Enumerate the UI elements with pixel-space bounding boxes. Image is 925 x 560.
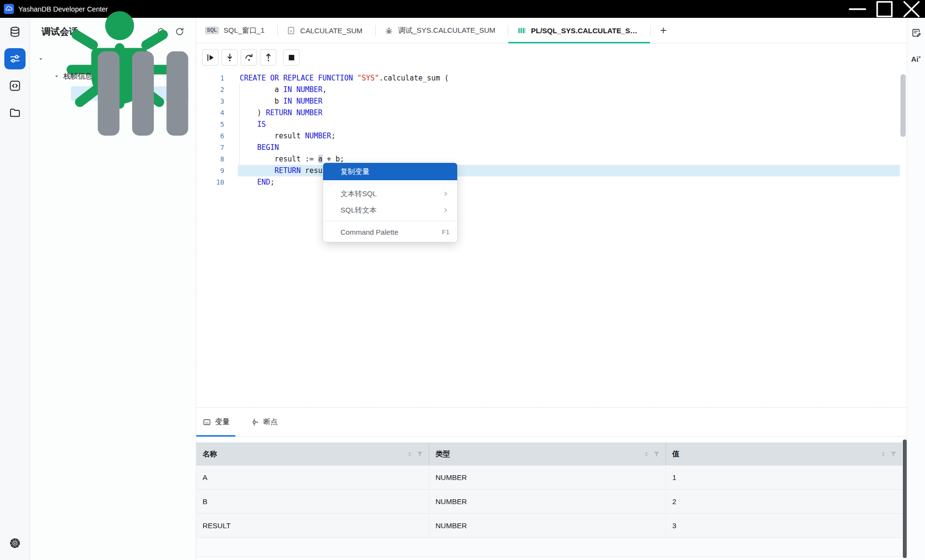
code-line[interactable]: 7 BEGIN	[196, 142, 900, 153]
sort-icon	[406, 450, 414, 458]
table-cell: 2	[666, 490, 902, 513]
line-number: 1	[196, 72, 224, 84]
code-text: IS	[240, 119, 266, 130]
ai-assistant-button[interactable]: Ai+	[910, 53, 923, 65]
toolbar-step-out-button[interactable]	[260, 49, 276, 66]
column-header[interactable]: 类型	[429, 442, 666, 466]
line-number: 5	[196, 119, 224, 130]
editor-scrollbar-thumb[interactable]	[900, 74, 906, 137]
line-number: 4	[196, 107, 224, 119]
menu-item[interactable]: SQL转文本	[323, 202, 457, 218]
cell-value: 1	[672, 473, 676, 481]
tab-label: 调试_SYS.CALCULATE_SUM	[398, 26, 495, 35]
code-line[interactable]: 4 ) RETURN NUMBER	[196, 107, 900, 119]
tab-label: CALCULATE_SUM	[300, 27, 363, 35]
step-into-icon	[225, 53, 235, 63]
code-line[interactable]: 3 b IN NUMBER	[196, 95, 900, 107]
debug-sessions-icon	[9, 53, 21, 65]
app-logo-icon	[4, 4, 14, 14]
script-edit-button[interactable]	[910, 27, 923, 39]
variables-icon: (x)	[203, 418, 211, 427]
menu-item[interactable]: 文本转SQL	[323, 186, 457, 202]
script-edit-icon	[911, 27, 922, 38]
code-text: END;	[240, 176, 274, 188]
editor-tab[interactable]: fxCALCULATE_SUM	[278, 18, 375, 43]
sql-badge-icon: SQL	[205, 27, 219, 34]
toolbar-stop-button[interactable]	[283, 49, 299, 66]
panel-tabbar: (x)变量断点	[196, 408, 907, 437]
toolbar-continue-button[interactable]	[202, 49, 218, 66]
code-editor[interactable]: 1CREATE OR REPLACE FUNCTION "SYS".calcul…	[196, 71, 907, 407]
submenu-chevron-icon	[442, 190, 449, 198]
settings-button[interactable]	[4, 533, 26, 554]
column-header-label: 值	[672, 450, 877, 459]
column-header[interactable]: 名称	[196, 442, 429, 466]
table-row[interactable]: RESULTNUMBER3	[196, 514, 902, 538]
fx-tab-icon: fx	[286, 26, 296, 35]
code-line[interactable]: 10 END;	[196, 176, 900, 188]
code-line[interactable]: 9 RETURN result;	[196, 165, 900, 176]
toolbar-step-into-button[interactable]	[221, 49, 238, 66]
cell-value: RESULT	[203, 521, 231, 530]
line-number: 7	[196, 142, 224, 153]
panel-tab-breakpoints[interactable]: 断点	[251, 408, 278, 436]
tab-label: SQL_窗口_1	[224, 26, 265, 35]
rail-debug-sessions-button[interactable]	[4, 48, 26, 69]
window-minimize-button[interactable]	[844, 0, 871, 18]
rail-code-button[interactable]	[4, 75, 26, 96]
menu-item[interactable]: Command PaletteF1	[323, 224, 457, 240]
column-header[interactable]: 值	[666, 442, 902, 466]
sort-icon	[879, 450, 887, 458]
table-cell: A	[196, 466, 429, 489]
rail-database-button[interactable]	[4, 21, 26, 42]
code-text: b IN NUMBER	[240, 95, 323, 107]
cell-value: NUMBER	[435, 521, 467, 530]
svg-text:fx: fx	[289, 29, 292, 33]
menu-item-label: Command Palette	[340, 228, 398, 236]
cell-value: 3	[672, 521, 676, 530]
line-number: 9	[196, 165, 224, 176]
menu-item[interactable]: 复制变量	[323, 163, 457, 180]
code-line[interactable]: 2 a IN NUMBER,	[196, 84, 900, 95]
table-row[interactable]: BNUMBER2	[196, 490, 902, 514]
line-number: 3	[196, 95, 224, 107]
cell-value: A	[203, 473, 207, 481]
variables-table: 名称类型值ANUMBER1BNUMBER2RESULTNUMBER3	[196, 442, 902, 557]
tree-caret-icon	[38, 56, 44, 62]
bug-tab-icon	[384, 26, 394, 35]
tree-item[interactable]: SYS.CALCULATE_SUM…	[71, 86, 189, 101]
code-icon	[9, 80, 21, 92]
menu-shortcut: F1	[442, 228, 449, 236]
svg-text:(x): (x)	[205, 421, 209, 424]
debug-sidebar: 调试会话 SYS.CALCULATE_SUM@lx栈帧信息SYS.CALCULA…	[30, 18, 196, 560]
rail-folders-button[interactable]	[4, 102, 26, 123]
code-line[interactable]: 6 result NUMBER;	[196, 130, 900, 142]
table-row[interactable]: ANUMBER1	[196, 466, 902, 490]
new-tab-button[interactable]: +	[651, 18, 677, 43]
panel-scrollbar-thumb[interactable]	[903, 440, 907, 558]
window-maximize-button[interactable]	[871, 0, 898, 18]
code-text: CREATE OR REPLACE FUNCTION "SYS".calcula…	[240, 72, 449, 84]
code-line[interactable]: 5 IS	[196, 119, 900, 130]
filter-icon	[416, 450, 424, 458]
panel-tab-variables[interactable]: (x)变量	[203, 408, 230, 436]
menu-separator	[323, 183, 457, 183]
editor-tab[interactable]: 调试_SYS.CALCULATE_SUM	[376, 18, 508, 43]
code-text: BEGIN	[240, 142, 279, 153]
table-cell: B	[196, 490, 429, 513]
debug-session-tree: SYS.CALCULATE_SUM@lx栈帧信息SYS.CALCULATE_SU…	[30, 52, 196, 104]
panel-tab-label: 断点	[263, 417, 278, 427]
settings-icon	[9, 537, 21, 549]
breakpoint-icon	[251, 418, 259, 427]
code-line[interactable]: 1CREATE OR REPLACE FUNCTION "SYS".calcul…	[196, 72, 900, 84]
window-close-button[interactable]	[898, 0, 925, 18]
cell-value: NUMBER	[435, 473, 467, 481]
toolbar-step-over-button[interactable]	[241, 49, 257, 66]
editor-tab[interactable]: SQLSQL_窗口_1	[196, 18, 277, 43]
code-line[interactable]: 8 result := a + b;	[196, 153, 900, 165]
line-number: 8	[196, 153, 224, 165]
editor-tab-active[interactable]: PL/SQL_SYS.CALCULATE_S…	[508, 18, 650, 43]
tree-caret-icon	[54, 73, 60, 80]
right-rail: Ai+	[907, 18, 925, 560]
menu-separator	[323, 221, 457, 221]
